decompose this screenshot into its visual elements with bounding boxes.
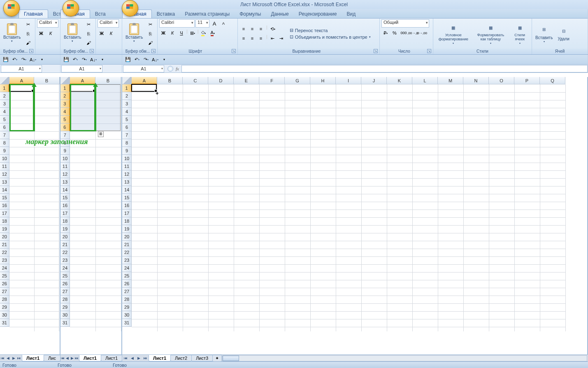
title-bar: Лист Microsoft Office Excel.xlsx - Micro… [0,0,588,9]
bold-2[interactable]: Ж [98,29,106,37]
cut-icon[interactable]: ✂ [24,21,32,29]
italic-2[interactable]: К [107,29,115,37]
clipboard-launcher-1[interactable]: ↘ [29,49,33,53]
name-box-2[interactable]: A1 [61,65,102,72]
cancel-formula-icon[interactable] [167,66,173,72]
indent-dec-icon[interactable]: ⇤ [269,34,277,42]
format-painter-icon-3[interactable]: 🖌 [146,39,154,47]
tab-data[interactable]: Данные [266,10,293,18]
grow-font-icon[interactable]: A [210,19,218,28]
formula-bar[interactable] [181,65,588,72]
name-box[interactable]: A1 [123,65,164,72]
number-format-select[interactable]: Общий [381,19,429,28]
name-box-1[interactable]: A1 [1,65,42,72]
fx-icon[interactable]: fx [176,66,179,71]
dec-decimal-icon[interactable]: ,0→,00 [418,29,426,37]
paste-button[interactable]: Вставить▾ [124,23,144,44]
format-painter-icon-2[interactable]: 🖌 [84,39,93,47]
italic-1[interactable]: К [46,29,55,37]
orientation-icon[interactable]: ⟲▾ [269,25,277,33]
qat-more[interactable]: ▾ [160,56,168,64]
format-table-button[interactable]: ▦Форматировать как таблицу▾ [474,22,507,45]
wrap-text-button[interactable]: ⊟Перенос текста [290,28,371,33]
sort-icon-1[interactable]: A↓▾ [29,56,37,64]
sort-icon-2[interactable]: A↓▾ [89,56,98,64]
qat-more-2[interactable]: ▾ [98,56,107,64]
thousands-icon[interactable]: 000 [400,29,408,37]
font-select-1[interactable]: Calibri [37,19,58,28]
undo-icon-2[interactable]: ↶▾ [71,56,79,64]
merge-center-button[interactable]: ⊡Объединить и поместить в центре▾ [290,34,371,40]
clipboard-launcher-2[interactable]: ↘ [90,49,94,53]
tab-layout[interactable]: Разметка страницы [180,10,235,18]
shrink-font-icon[interactable]: A [219,19,228,28]
indent-inc-icon[interactable]: ⇥ [277,34,286,42]
paste-button-1[interactable]: Вставить▾ [2,23,22,44]
cut-icon-3[interactable]: ✂ [146,21,154,29]
copy-icon-2[interactable]: ⎘ [84,30,93,38]
ribbon: Вставить▾ ✂ ⎘ 🖌 Буфер обм...↘ Calibri Ж … [0,19,588,55]
copy-icon-3[interactable]: ⎘ [146,30,154,38]
italic-button[interactable]: К [168,29,177,37]
insert-cells-button[interactable]: ⊞Вставить▾ [534,24,554,44]
font-size-select[interactable]: 11 [195,19,209,28]
cut-icon-2[interactable]: ✂ [84,21,93,29]
tab-review[interactable]: Рецензирование [294,10,342,18]
undo-icon[interactable]: ↶▾ [133,56,141,64]
align-left-icon[interactable]: ≡ [239,34,248,42]
align-bottom-icon[interactable]: ≡ [257,25,265,33]
clipboard-launcher[interactable]: ↘ [151,49,156,53]
delete-cells-button[interactable]: ⊟Удали [556,25,571,42]
percent-icon[interactable]: % [390,29,399,37]
qat-more-1[interactable]: ▾ [38,56,46,64]
font-launcher[interactable]: ↘ [232,49,236,53]
format-painter-icon[interactable]: 🖌 [24,39,32,47]
copy-icon[interactable]: ⎘ [24,30,32,38]
align-launcher[interactable]: ↘ [374,49,378,53]
paste-button-2[interactable]: Вставить▾ [62,23,83,44]
window-title: Лист Microsoft Office Excel.xlsx - Micro… [240,2,348,7]
redo-icon-2[interactable]: ↷▾ [80,56,88,64]
office-button-3[interactable] [122,0,138,16]
save-icon-2[interactable]: 💾 [62,56,70,64]
num-launcher[interactable]: ↘ [427,49,431,53]
save-icon[interactable]: 💾 [124,56,132,64]
bold-1[interactable]: Ж [37,29,45,37]
undo-icon-1[interactable]: ↶▾ [11,56,19,64]
align-top-icon[interactable]: ≡ [239,25,248,33]
office-button-2[interactable] [63,0,79,16]
tab-insert[interactable]: Вставка [152,10,180,18]
tab-view[interactable]: Вид [342,10,360,18]
sort-icon[interactable]: A↓▾ [151,56,159,64]
bold-button[interactable]: Ж [159,29,167,37]
redo-icon-1[interactable]: ↷▾ [20,56,28,64]
save-icon-1[interactable]: 💾 [2,56,10,64]
font-family-select[interactable]: Calibri [159,19,195,28]
conditional-format-button[interactable]: ▦Условное форматирование▾ [436,22,471,45]
underline-button[interactable]: Ч [177,29,186,37]
currency-icon[interactable]: ₽▾ [381,29,390,37]
redo-icon[interactable]: ↷▾ [142,56,150,64]
border-icon[interactable]: ⊞▾ [188,29,197,37]
font-select-2[interactable]: Calibri [98,19,119,28]
align-middle-icon[interactable]: ≡ [248,25,256,33]
cell-styles-button[interactable]: ▦Стили ячеек▾ [510,22,529,45]
align-right-icon[interactable]: ≡ [257,34,265,42]
tab-formulas[interactable]: Формулы [235,10,266,18]
align-center-icon[interactable]: ≡ [248,34,256,42]
fill-color-icon[interactable]: ◇▾ [200,29,208,37]
font-color-icon[interactable]: A▾ [209,29,217,37]
office-button-1[interactable] [3,0,20,16]
inc-decimal-icon[interactable]: ,00→,0 [409,29,417,37]
